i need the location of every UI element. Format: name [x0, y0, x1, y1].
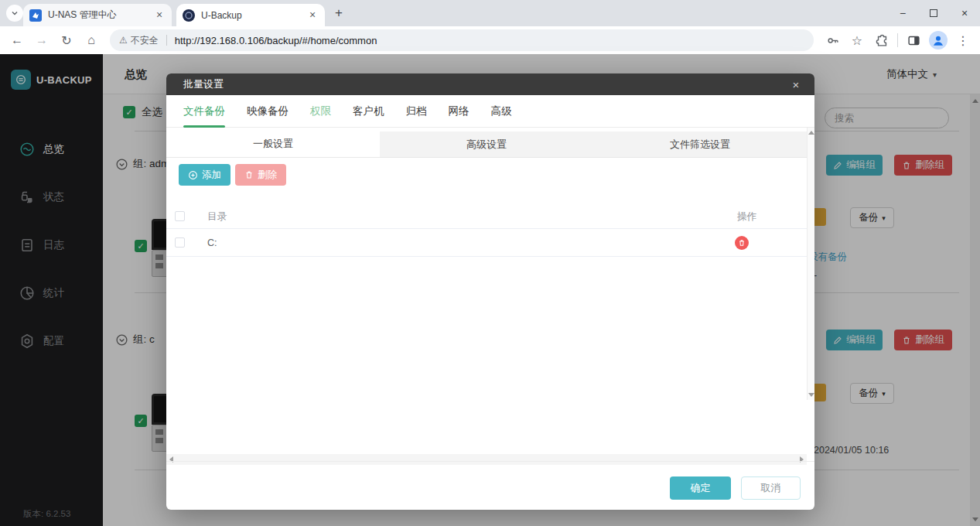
not-secure-warning-icon: ⚠	[119, 35, 128, 46]
tab-permissions[interactable]: 权限	[310, 95, 331, 128]
plus-circle-icon	[188, 170, 198, 180]
tab-close-icon[interactable]: ×	[306, 9, 319, 22]
toolbar-divider	[897, 33, 898, 47]
browser-toolbar: ← → ↻ ⌂ ⚠ 不安全 http://192.168.0.106/backu…	[0, 26, 980, 54]
window-controls: − ×	[887, 0, 980, 26]
column-directory: 目录	[207, 210, 227, 224]
security-label: 不安全	[131, 34, 159, 47]
row-checkbox[interactable]	[175, 237, 185, 248]
table-header: 目录 操作	[166, 205, 807, 229]
browser-tab-ubackup[interactable]: U-Backup ×	[176, 4, 325, 26]
address-separator	[166, 35, 167, 46]
modal-tab-bar: 文件备份 映像备份 权限 客户机 归档 网络 高级	[166, 95, 814, 128]
tab-advanced[interactable]: 高级	[491, 95, 512, 128]
tab-strip: U-NAS 管理中心 × U-Backup × + − ×	[0, 0, 980, 26]
side-panel-icon[interactable]	[903, 29, 924, 51]
scroll-down-arrow[interactable]	[808, 393, 814, 397]
new-tab-button[interactable]: +	[331, 5, 347, 21]
unas-favicon-icon	[29, 9, 42, 22]
bookmark-star-icon[interactable]: ☆	[846, 29, 868, 51]
vertical-scrollbar[interactable]	[807, 128, 814, 400]
tab-client[interactable]: 客户机	[353, 95, 384, 128]
confirm-button[interactable]: 确定	[670, 476, 731, 500]
row-delete-button[interactable]	[735, 236, 749, 250]
tab-archive[interactable]: 归档	[406, 95, 427, 128]
header-checkbox[interactable]	[175, 211, 185, 221]
add-button[interactable]: 添加	[179, 164, 230, 186]
batch-settings-modal: 批量设置 × 文件备份 映像备份 权限 客户机 归档 网络 高级 一般设置 高级…	[166, 73, 814, 510]
subtab-advanced-settings[interactable]: 高级设置	[380, 132, 593, 157]
url-text: http://192.168.0.106/backup/#/home/commo…	[175, 35, 377, 46]
address-bar[interactable]: ⚠ 不安全 http://192.168.0.106/backup/#/home…	[110, 29, 814, 51]
window-close-button[interactable]: ×	[949, 7, 980, 19]
browser-tab-unas[interactable]: U-NAS 管理中心 ×	[23, 4, 172, 26]
modal-header: 批量设置 ×	[166, 73, 814, 95]
tab-network[interactable]: 网络	[449, 95, 470, 128]
subtab-general-settings[interactable]: 一般设置	[166, 132, 380, 157]
directory-cell: C:	[207, 237, 217, 248]
tab-close-icon[interactable]: ×	[153, 9, 166, 22]
profile-avatar[interactable]	[929, 31, 948, 50]
back-button[interactable]: ←	[6, 29, 28, 51]
window-minimize-button[interactable]: −	[887, 7, 918, 19]
tab-title: U-NAS 管理中心	[48, 9, 153, 22]
password-key-icon[interactable]	[821, 29, 843, 51]
cancel-button[interactable]: 取消	[741, 476, 801, 500]
tab-file-backup[interactable]: 文件备份	[183, 95, 225, 128]
home-button[interactable]: ⌂	[80, 29, 102, 51]
column-action: 操作	[737, 210, 756, 224]
close-icon[interactable]: ×	[788, 78, 804, 91]
table-row: C:	[166, 229, 807, 257]
tab-title: U-Backup	[201, 10, 306, 21]
trash-icon	[738, 239, 746, 247]
delete-button-disabled[interactable]: 删除	[235, 164, 286, 186]
menu-kebab-icon[interactable]: ⋮	[952, 29, 974, 51]
subtab-file-filter-settings[interactable]: 文件筛选设置	[593, 132, 807, 157]
modal-body: 一般设置 高级设置 文件筛选设置 添加 删除 目录 操作 C:	[166, 128, 814, 465]
modal-footer: 确定 取消	[166, 461, 814, 510]
modal-title: 批量设置	[183, 77, 788, 91]
window-maximize-button[interactable]	[918, 7, 949, 19]
tab-search-chevron-icon[interactable]	[6, 5, 23, 22]
tab-image-backup[interactable]: 映像备份	[247, 95, 289, 128]
forward-button[interactable]: →	[31, 29, 53, 51]
sub-tab-bar: 一般设置 高级设置 文件筛选设置	[166, 132, 807, 158]
ubackup-favicon-icon	[183, 9, 195, 22]
scroll-up-arrow[interactable]	[808, 131, 814, 135]
browser-chrome: U-NAS 管理中心 × U-Backup × + − × ← → ↻ ⌂ ⚠ …	[0, 0, 980, 54]
trash-icon	[244, 170, 254, 179]
extensions-icon[interactable]	[871, 29, 893, 51]
reload-button[interactable]: ↻	[56, 29, 77, 51]
